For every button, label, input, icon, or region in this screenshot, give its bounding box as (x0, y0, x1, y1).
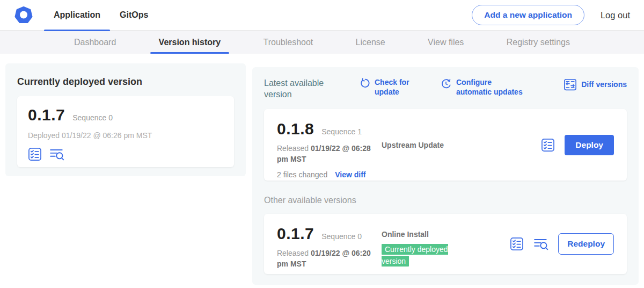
subnav-tab-troubleshoot[interactable]: Troubleshoot (255, 31, 322, 54)
currently-deployed-badge: Currently deployed version (382, 244, 448, 267)
topbar: Application GitOps Add a new application… (0, 0, 644, 31)
diff-versions-icon (564, 78, 577, 91)
check-for-update-label: Check for update (375, 78, 410, 97)
main-content: Currently deployed version 0.1.7 Sequenc… (0, 54, 644, 288)
tab-application-label: Application (54, 10, 100, 20)
view-logs-icon[interactable] (49, 147, 64, 161)
app-logo[interactable] (14, 6, 33, 24)
latest-available-title: Latest available version (264, 78, 346, 100)
refresh-icon (360, 78, 370, 89)
topbar-right: Add a new application Log out (472, 5, 644, 25)
deployed-version-number: 0.1.7 (28, 106, 65, 124)
released-label: Released (277, 144, 309, 153)
deployed-version-card: 0.1.7 Sequence 0 Deployed 01/19/22 @ 06:… (17, 96, 234, 167)
view-diff-link[interactable]: View diff (335, 170, 365, 179)
diff-versions-action[interactable]: Diff versions (564, 78, 627, 91)
subnav-tab-view-files[interactable]: View files (419, 31, 472, 54)
files-changed-label: 2 files changed (277, 170, 327, 179)
latest-sequence: Sequence 1 (321, 127, 362, 136)
other-sequence: Sequence 0 (321, 232, 362, 241)
currently-deployed-panel: Currently deployed version 0.1.7 Sequenc… (5, 63, 246, 176)
logout-link[interactable]: Log out (601, 10, 630, 20)
other-released-timestamp: Released 01/19/22 @ 06:20 pm MST (277, 248, 382, 269)
other-version-number: 0.1.7 (277, 225, 314, 243)
check-for-update-action[interactable]: Check for update (360, 78, 410, 97)
auto-update-clock-icon (440, 78, 452, 90)
subnav-tab-dashboard[interactable]: Dashboard (65, 31, 125, 54)
version-history-panel: Latest available version Check for updat… (252, 67, 639, 285)
preflight-checks-icon[interactable] (28, 147, 42, 161)
latest-version-card: 0.1.8 Sequence 1 Released 01/19/22 @ 06:… (264, 109, 627, 181)
add-application-button[interactable]: Add a new application (472, 5, 584, 25)
subnav-tab-license[interactable]: License (347, 31, 394, 54)
subnav-tab-registry-settings[interactable]: Registry settings (498, 31, 579, 54)
other-versions-title: Other available versions (264, 196, 627, 205)
latest-source-label: Upstream Update (382, 141, 444, 149)
redeploy-button[interactable]: Redeploy (558, 233, 614, 255)
deployed-timestamp: Deployed 01/19/22 @ 06:26 pm MST (28, 131, 223, 140)
tab-application[interactable]: Application (44, 0, 110, 31)
configure-auto-updates-action[interactable]: Configure automatic updates (440, 78, 527, 97)
top-tabs: Application GitOps (44, 0, 158, 31)
subnav: Dashboard Version history Troubleshoot L… (0, 31, 644, 54)
version-history-header: Latest available version Check for updat… (264, 78, 627, 102)
deployed-sequence: Sequence 0 (72, 113, 113, 122)
diff-versions-label: Diff versions (581, 80, 627, 90)
currently-deployed-title: Currently deployed version (17, 76, 234, 88)
view-logs-icon[interactable] (533, 237, 548, 251)
latest-version-number: 0.1.8 (277, 120, 314, 138)
configure-auto-updates-label: Configure automatic updates (456, 78, 527, 97)
app-logo-icon (14, 6, 33, 24)
deploy-button[interactable]: Deploy (565, 135, 614, 155)
latest-released-timestamp: Released 01/19/22 @ 06:28 pm MST (277, 143, 382, 164)
preflight-checks-icon[interactable] (541, 138, 555, 152)
preflight-checks-icon[interactable] (510, 237, 524, 251)
other-source-label: Online Install (382, 230, 429, 239)
tab-gitops-label: GitOps (120, 10, 148, 20)
subnav-tab-version-history[interactable]: Version history (150, 31, 230, 54)
other-version-card: 0.1.7 Sequence 0 Released 01/19/22 @ 06:… (264, 214, 627, 274)
tab-gitops[interactable]: GitOps (110, 0, 158, 31)
released-label: Released (277, 249, 309, 257)
